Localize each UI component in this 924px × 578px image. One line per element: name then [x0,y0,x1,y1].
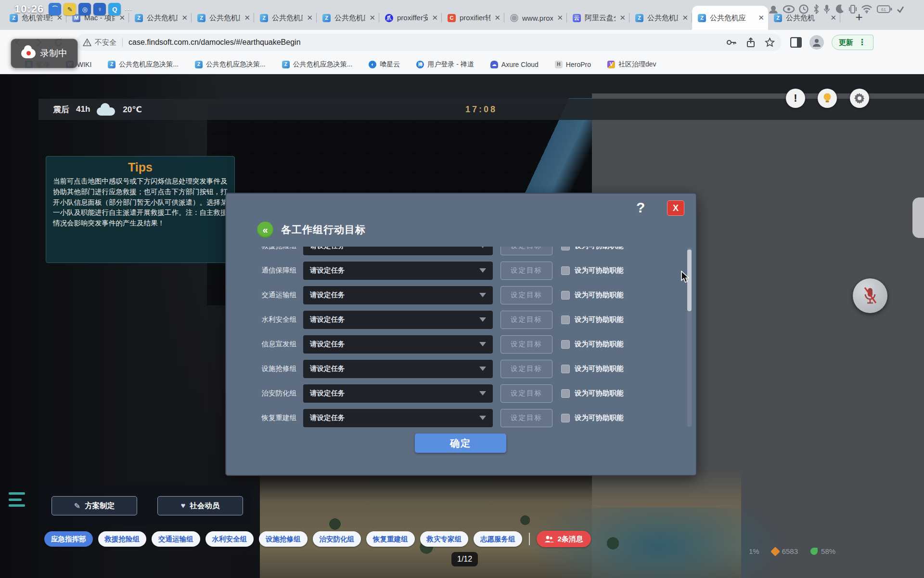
url-text[interactable]: case.findsoft.com.cn/damocles/#/earthqua… [128,38,720,47]
social-mobilization-button[interactable]: ♥ 社会动员 [157,496,243,515]
simulation-viewport[interactable]: 震后 41h 20℃ 17:08 ! Tips 当前可点击地图中感叹号或下方闪烁… [0,74,924,578]
browser-tab[interactable]: Z 公共危机应 ✕ [129,7,192,28]
settings-gear-button[interactable] [850,89,869,108]
side-menu-icon[interactable] [9,492,25,507]
help-button[interactable]: ? [636,199,645,216]
dept-disaster-experts[interactable]: 救灾专家组 [420,531,469,547]
browser-tab[interactable]: 爪 proxiffer安 ✕ [379,7,442,28]
assist-checkbox[interactable] [561,247,570,250]
tab-close-icon[interactable]: ✕ [365,13,375,22]
set-goal-button[interactable]: 设定目标 [500,384,552,403]
wifi-icon[interactable] [861,5,873,13]
dept-facility-repair[interactable]: 设施抢修组 [259,531,308,547]
tab-close-icon[interactable]: ✕ [303,13,313,22]
assist-checkbox[interactable] [561,340,570,349]
pencil-icon[interactable]: ✎ [64,3,76,15]
assist-checkbox[interactable] [561,389,570,398]
task-dropdown[interactable]: 请设定任务 [303,335,493,354]
tab-close-icon[interactable]: ✕ [678,13,688,22]
messages-button[interactable]: 2条消息 [537,531,591,547]
address-bar[interactable]: 不安全 case.findsoft.com.cn/damocles/#/eart… [76,34,782,51]
dept-security[interactable]: 治安防化组 [313,531,361,547]
browser-tab[interactable]: Z 公共危机应 ✕ [317,7,379,28]
set-goal-button[interactable]: 设定目标 [500,311,552,329]
bookmark-item[interactable]: 禅用户登录 - 禅道 [416,60,474,69]
headset-icon[interactable] [768,4,779,14]
task-dropdown[interactable]: 请设定任务 [303,262,493,280]
microphone-button[interactable] [853,278,887,313]
eye-icon[interactable] [783,5,795,13]
browser-menu-icon[interactable]: ⋮ [858,41,866,44]
assist-checkbox[interactable] [561,365,570,373]
browser-tab[interactable]: Z 公共危机应 ✕ [254,7,317,28]
set-goal-button[interactable]: 设定目标 [500,335,552,354]
tab-close-icon[interactable]: ✕ [428,13,438,22]
tab-close-icon[interactable]: ✕ [178,13,188,22]
binoculars-icon[interactable]: ⌒ [49,3,61,15]
hint-bulb-button[interactable] [818,89,837,108]
group-rows-scroll-area[interactable]: 救援抢险组 请设定任务 设定目标 设为可协助职能 通信保障组 请设定任务 设定目… [226,247,684,428]
browser-tab[interactable]: Z 公共危机应 ✕ [192,7,254,28]
battery-icon[interactable]: 61 [877,5,892,13]
task-dropdown[interactable]: 请设定任务 [303,409,493,427]
dept-emergency-hq[interactable]: 应急指挥部 [44,531,93,547]
check-icon[interactable] [897,5,904,13]
browser-tab-active[interactable]: Z 公共危机应 ✕ [692,6,768,30]
browser-tab[interactable]: C proxifier转 ✕ [442,7,504,28]
tab-close-icon[interactable]: ✕ [553,13,563,22]
set-goal-button[interactable]: 设定目标 [500,247,552,255]
share-icon[interactable] [746,38,755,48]
clock-icon[interactable] [799,4,808,14]
set-goal-button[interactable]: 设定目标 [500,262,552,280]
dept-water-safety[interactable]: 水利安全组 [205,531,254,547]
bookmark-item[interactable]: Z公共危机应急决策... [282,60,353,69]
confirm-button[interactable]: 确定 [415,434,506,453]
bookmark-item[interactable]: ◐喰星云 [369,60,400,69]
screen-recording-badge[interactable]: 录制中 [11,39,78,68]
moon-icon[interactable] [834,4,845,14]
assist-checkbox[interactable] [561,315,570,324]
bookmark-item[interactable]: HHeroPro [555,61,591,68]
close-dialog-button[interactable]: X [667,200,684,216]
mic-icon[interactable] [824,4,830,14]
set-goal-button[interactable]: 设定目标 [500,409,552,427]
bookmark-item[interactable]: Z公共危机应急决策... [108,60,179,69]
alerts-button[interactable]: ! [786,89,805,108]
bluetooth-icon[interactable] [813,4,820,14]
tab-close-icon[interactable]: ✕ [616,13,626,22]
task-dropdown[interactable]: 请设定任务 [303,247,493,255]
set-goal-button[interactable]: 设定目标 [500,286,552,304]
dept-reconstruction[interactable]: 恢复重建组 [366,531,415,547]
profile-avatar[interactable] [809,35,824,50]
password-key-icon[interactable] [726,38,737,47]
vibrate-icon[interactable] [849,4,857,14]
search-badge-icon[interactable]: Q [108,3,121,15]
browser-tab[interactable]: www.prox ✕ [504,7,567,28]
tab-close-icon[interactable]: ✕ [490,13,500,22]
task-dropdown[interactable]: 请设定任务 [303,384,493,403]
tab-close-icon[interactable]: ✕ [754,13,764,22]
tab-close-icon[interactable]: ✕ [240,13,250,22]
bulb-badge-icon[interactable]: ♀ [93,3,106,15]
bookmark-item[interactable]: ☁Axure Cloud [490,61,539,68]
update-button[interactable]: 更新 ⋮ [832,35,873,50]
bookmark-item[interactable]: V社区治理dev [607,60,656,69]
assist-checkbox[interactable] [561,414,570,422]
bookmark-item[interactable]: Z公共危机应急决策... [195,60,266,69]
task-dropdown[interactable]: 请设定任务 [303,286,493,304]
bookmark-star-icon[interactable] [765,38,775,47]
side-panel-icon[interactable] [790,37,802,48]
assist-checkbox[interactable] [561,291,570,300]
dept-transport[interactable]: 交通运输组 [152,531,200,547]
compass-icon[interactable]: ◎ [78,3,91,15]
edge-drawer-handle[interactable] [912,197,924,238]
task-dropdown[interactable]: 请设定任务 [303,311,493,329]
tab-close-icon[interactable]: ✕ [826,13,836,22]
more-icon[interactable]: ⋯ [124,5,132,14]
task-dropdown[interactable]: 请设定任务 [303,360,493,378]
plan-making-button[interactable]: ✎ 方案制定 [51,496,137,515]
dept-volunteers[interactable]: 志愿服务组 [474,531,522,547]
browser-tab[interactable]: Z 公共危机应 ✕ [629,7,692,28]
assist-checkbox[interactable] [561,266,570,275]
set-goal-button[interactable]: 设定目标 [500,360,552,378]
